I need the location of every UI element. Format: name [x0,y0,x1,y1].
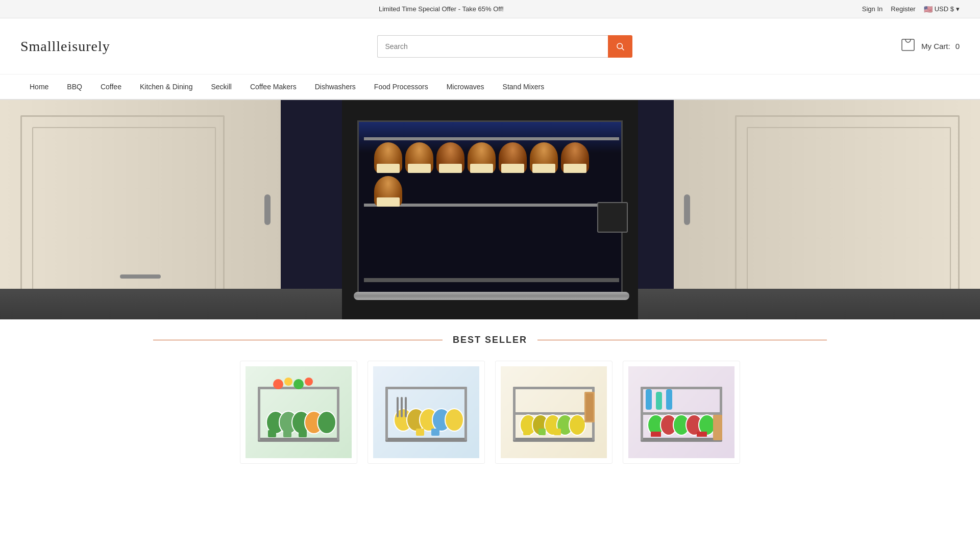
cabinet-panel-inner-right [747,127,951,290]
product-card-3[interactable] [495,361,612,464]
svg-rect-30 [405,397,407,417]
cabinet-right [674,100,980,319]
oven-bottom-rod [354,292,629,300]
best-seller-title: BEST SELLER [443,335,537,345]
register-link[interactable]: Register [891,5,915,13]
svg-rect-55 [666,389,672,410]
cart-area[interactable]: My Cart: 0 [900,37,960,56]
svg-rect-54 [656,392,662,410]
svg-point-16 [284,378,292,386]
top-bar: Limited Time Special Offer - Take 65% Of… [0,0,980,18]
search-icon [616,42,625,51]
dish-rack-svg-1 [248,371,350,453]
nav-stand-mixers[interactable]: Stand Mixers [494,74,554,99]
muffin-4 [468,142,496,173]
svg-rect-44 [586,393,593,421]
cabinet-handle-right [684,194,690,225]
oven-window [597,202,628,233]
svg-line-1 [622,48,624,50]
nav-home[interactable]: Home [20,74,58,99]
muffin-6 [530,142,558,173]
signin-link[interactable]: Sign In [862,5,883,13]
cabinet-handle-left [264,194,271,225]
dish-rack-svg-2 [375,371,477,453]
cabinet-left [0,100,281,319]
nav-coffee-makers[interactable]: Coffee Makers [241,74,306,99]
cart-count: 0 [955,42,960,51]
flag-icon: 🇺🇸 [924,5,933,13]
svg-rect-52 [641,387,722,389]
svg-rect-2 [902,39,914,51]
product-image-3 [501,366,607,458]
svg-rect-62 [651,432,661,437]
oven-interior [357,120,623,294]
muffin-2 [405,142,433,173]
product-card-4[interactable] [623,361,740,464]
svg-rect-13 [283,430,291,437]
svg-rect-32 [431,429,439,436]
oven-rack-bottom [364,278,619,282]
best-seller-line-left [153,340,443,340]
svg-rect-47 [554,429,561,435]
nav-dishwashers[interactable]: Dishwashers [306,74,365,99]
best-seller-line-right [537,340,827,340]
main-nav: Home BBQ Coffee Kitchen & Dining Seckill… [0,74,980,100]
muffin-1 [374,142,402,173]
cart-label: My Cart: [921,42,950,51]
svg-rect-53 [646,389,652,410]
muffin-8 [374,176,402,207]
svg-rect-37 [513,387,595,389]
nav-microwaves[interactable]: Microwaves [437,74,494,99]
svg-rect-5 [337,387,339,440]
cart-icon-wrap [900,37,916,56]
svg-rect-63 [697,432,707,437]
muffin-5 [499,142,527,173]
svg-rect-61 [713,415,722,440]
search-input[interactable] [377,35,608,58]
site-logo[interactable]: Smallleisurely [20,38,110,55]
cabinet-panel-right [735,115,960,299]
cabinet-panel-inner-left [32,127,216,290]
svg-point-15 [273,379,283,389]
svg-rect-46 [538,429,546,435]
svg-point-42 [569,415,585,435]
oven-rack-top [364,137,619,140]
svg-point-18 [305,378,313,386]
product-image-2 [373,366,479,458]
products-grid [153,361,827,464]
dish-rack-svg-4 [630,371,732,453]
nav-food-processors[interactable]: Food Processors [365,74,437,99]
muffin-tray [374,142,609,207]
svg-rect-48 [641,438,722,442]
svg-rect-31 [416,429,424,436]
svg-rect-21 [464,387,467,440]
promo-text: Limited Time Special Offer - Take 65% Of… [20,5,862,13]
nav-seckill[interactable]: Seckill [202,74,240,99]
product-card-2[interactable] [368,361,485,464]
muffin-3 [436,142,464,173]
currency-selector[interactable]: 🇺🇸 USD $ ▾ [924,5,960,13]
svg-rect-29 [401,397,403,417]
nav-kitchen-dining[interactable]: Kitchen & Dining [131,74,202,99]
svg-rect-19 [385,438,467,442]
svg-point-0 [617,43,623,49]
search-area [377,35,632,58]
svg-rect-20 [385,387,388,440]
svg-point-17 [293,379,304,389]
svg-rect-22 [385,387,467,389]
svg-rect-28 [397,397,399,417]
nav-bbq[interactable]: BBQ [58,74,91,99]
nav-coffee[interactable]: Coffee [91,74,131,99]
search-button[interactable] [608,35,632,58]
dropdown-arrow-icon: ▾ [956,5,960,13]
header: Smallleisurely My Cart: 0 [0,18,980,74]
svg-point-27 [445,409,463,431]
svg-rect-45 [523,429,530,435]
svg-point-11 [317,411,336,434]
currency-label: USD $ [935,5,954,13]
product-card-1[interactable] [240,361,357,464]
drawer-handle-left [120,274,161,279]
hero-banner [0,100,980,319]
svg-rect-3 [258,438,339,442]
svg-rect-14 [299,430,307,437]
